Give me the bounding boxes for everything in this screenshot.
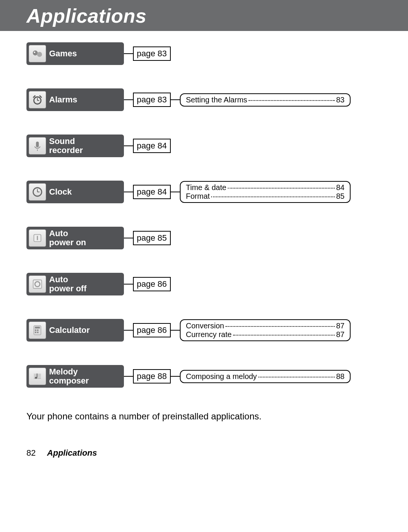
connector: [171, 330, 180, 331]
footer-page-number: 82: [26, 448, 36, 458]
app-row: Melodycomposerpage 88Composing a melody8…: [26, 365, 382, 388]
connector: [124, 192, 133, 192]
subitem-label: Format: [186, 192, 210, 201]
svg-rect-16: [35, 327, 40, 329]
subitem-label: Setting the Alarms: [186, 96, 247, 104]
subitem-label: Composing a melody: [186, 372, 257, 381]
subitem-page: 87: [336, 330, 345, 339]
app-label: Autopower on: [49, 229, 86, 247]
page-reference-box: page 84: [133, 139, 171, 153]
app-chip: Autopower off: [26, 273, 124, 295]
app-chip: Games: [26, 42, 124, 65]
subitem-page: 85: [336, 192, 345, 201]
connector: [124, 376, 133, 377]
footer: 82 Applications: [0, 448, 408, 469]
svg-rect-6: [36, 142, 39, 147]
subitem-line: Composing a melody88: [186, 372, 345, 381]
page-reference-box: page 83: [133, 46, 171, 61]
calculator-icon: [29, 322, 46, 339]
connector: [124, 284, 133, 285]
melody-composer-icon: [29, 368, 46, 385]
app-row: Soundrecorderpage 84: [26, 135, 382, 157]
svg-rect-18: [37, 329, 39, 331]
app-label: Calculator: [49, 326, 90, 335]
subitem-line: Time & date84: [186, 183, 345, 192]
header-bar: Applications: [0, 0, 408, 31]
app-label: Melodycomposer: [49, 367, 89, 385]
app-label: Soundrecorder: [49, 137, 83, 155]
svg-rect-19: [35, 332, 36, 333]
app-row: Autopower offpage 86: [26, 273, 382, 295]
subitem-page: 87: [336, 322, 345, 330]
subitem-line: Format85: [186, 192, 345, 201]
subitem-page: 84: [336, 183, 345, 192]
app-row: Calculatorpage 86Conversion87Currency ra…: [26, 319, 382, 342]
auto-power-on-icon: [29, 229, 46, 247]
app-chip: Autopower on: [26, 227, 124, 249]
leader-dots: [249, 100, 334, 101]
leader-dots: [258, 377, 335, 377]
subitem-label: Conversion: [186, 322, 224, 330]
subitems-box: Setting the Alarms83: [180, 93, 351, 107]
connector: [124, 99, 133, 100]
connector: [124, 53, 133, 54]
page-title: Applications: [26, 5, 147, 27]
app-row: Gamespage 83: [26, 42, 382, 65]
content-area: Gamespage 83Alarmspage 83Setting the Ala…: [0, 31, 408, 422]
app-chip: Clock: [26, 181, 124, 203]
connector: [171, 99, 180, 100]
leader-dots: [226, 326, 335, 327]
svg-point-1: [37, 52, 42, 57]
connector: [124, 145, 133, 146]
app-label: Alarms: [49, 95, 77, 104]
app-label: Games: [49, 49, 77, 58]
app-chip: Soundrecorder: [26, 135, 124, 157]
games-icon: [29, 45, 46, 62]
clock-icon: [29, 183, 46, 201]
svg-point-0: [33, 51, 38, 56]
svg-rect-17: [35, 329, 36, 331]
subitems-box: Composing a melody88: [180, 370, 351, 383]
subitems-box: Time & date84Format85: [180, 181, 351, 203]
leader-dots: [211, 196, 334, 197]
app-label: Clock: [49, 187, 72, 196]
subitems-box: Conversion87Currency rate87: [180, 319, 351, 341]
footer-section-title: Applications: [47, 448, 97, 458]
auto-power-off-icon: [29, 275, 46, 293]
connector: [171, 376, 180, 377]
app-label: Autopower off: [49, 275, 87, 293]
svg-point-2: [34, 51, 36, 53]
subitem-label: Currency rate: [186, 330, 232, 339]
subitem-line: Setting the Alarms83: [186, 96, 345, 104]
page-reference-box: page 83: [133, 93, 171, 107]
page-reference-box: page 85: [133, 231, 171, 245]
page-reference-box: page 86: [133, 323, 171, 337]
subitem-label: Time & date: [186, 183, 226, 192]
subitem-line: Conversion87: [186, 322, 345, 330]
app-chip: Alarms: [26, 88, 124, 111]
body-text: Your phone contains a number of preinsta…: [26, 411, 382, 422]
subitem-line: Currency rate87: [186, 330, 345, 339]
page-reference-box: page 84: [133, 185, 171, 199]
app-chip: Melodycomposer: [26, 365, 124, 388]
connector: [124, 238, 133, 238]
subitem-page: 83: [336, 96, 345, 104]
app-row: Clockpage 84Time & date84Format85: [26, 181, 382, 203]
app-row: Autopower onpage 85: [26, 227, 382, 249]
sound-recorder-icon: [29, 137, 46, 155]
page-reference-box: page 86: [133, 277, 171, 291]
svg-rect-20: [37, 332, 39, 333]
alarms-icon: [29, 91, 46, 108]
subitem-page: 88: [336, 372, 345, 381]
connector: [171, 192, 180, 192]
app-row: Alarmspage 83Setting the Alarms83: [26, 88, 382, 111]
leader-dots: [228, 188, 335, 189]
leader-dots: [233, 335, 335, 336]
app-chip: Calculator: [26, 319, 124, 342]
connector: [124, 330, 133, 331]
page-reference-box: page 88: [133, 369, 171, 384]
